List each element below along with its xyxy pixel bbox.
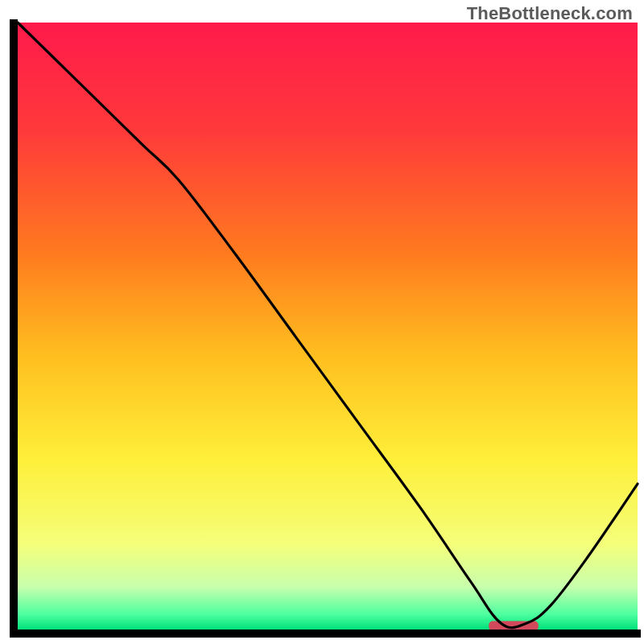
- chart-container: TheBottleneck.com: [0, 0, 644, 644]
- watermark-label: TheBottleneck.com: [467, 3, 633, 24]
- bottleneck-chart: [0, 0, 644, 644]
